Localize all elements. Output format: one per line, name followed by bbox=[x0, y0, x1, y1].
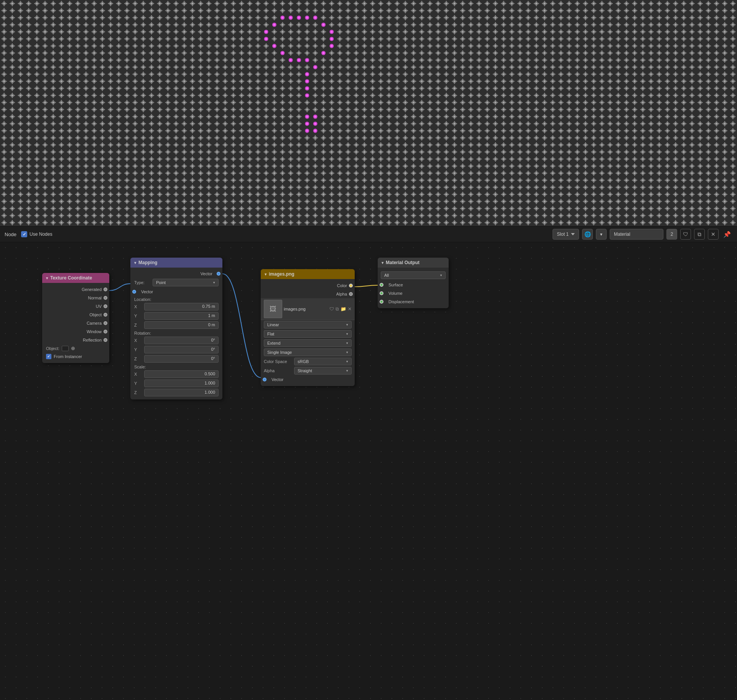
alpha-out-label: Alpha bbox=[265, 292, 347, 296]
world-icon-btn[interactable]: 🌐 bbox=[582, 229, 593, 240]
rot-y-input[interactable]: 0° bbox=[144, 346, 219, 353]
extension-dropdown[interactable]: Extend ▾ bbox=[264, 339, 352, 347]
slot-dropdown-caret-icon bbox=[571, 232, 575, 236]
mapping-vector-in-socket[interactable] bbox=[132, 290, 136, 294]
volume-socket[interactable] bbox=[380, 291, 383, 295]
volume-row: Volume bbox=[378, 289, 449, 297]
mapping-title: Mapping bbox=[138, 260, 157, 265]
interpolation-dropdown[interactable]: Linear ▾ bbox=[264, 321, 352, 329]
scale-z-row: Z 1.000 bbox=[130, 388, 222, 397]
rot-z-input[interactable]: 0° bbox=[144, 355, 219, 363]
displacement-socket[interactable] bbox=[380, 300, 383, 304]
scale-x-input[interactable]: 0.500 bbox=[144, 370, 219, 378]
dot-grid-canvas bbox=[0, 0, 737, 226]
location-z-row: Z 0 m bbox=[130, 320, 222, 330]
mo-all-label: All bbox=[384, 273, 389, 278]
image-filename: images.png bbox=[284, 307, 328, 311]
mo-all-dropdown[interactable]: All ▾ bbox=[381, 271, 446, 279]
texture-coord-header: ▾ Texture Coordinate bbox=[42, 273, 109, 283]
images-vector-in-socket[interactable] bbox=[263, 378, 267, 381]
mapping-body: Vector Type: Point ▾ Vector Location: X … bbox=[130, 268, 222, 399]
object-color-swatch[interactable] bbox=[62, 346, 69, 351]
color-out-socket[interactable] bbox=[349, 284, 353, 288]
color-space-caret-icon: ▾ bbox=[346, 360, 348, 363]
scale-z-label: Z bbox=[134, 390, 142, 395]
type-row: Type: Point ▾ bbox=[130, 278, 222, 288]
camera-socket[interactable] bbox=[104, 321, 107, 325]
reflection-socket[interactable] bbox=[104, 338, 107, 342]
loc-y-input[interactable]: 1 m bbox=[144, 312, 219, 320]
shield-icon-btn[interactable]: 🛡 bbox=[680, 229, 691, 240]
material-output-collapse[interactable]: ▾ bbox=[382, 261, 383, 265]
alpha-value: Straight bbox=[298, 368, 312, 373]
node-editor: ▾ Texture Coordinate Generated Normal UV… bbox=[0, 242, 737, 700]
scale-label: Scale: bbox=[130, 363, 222, 370]
close-icon-img[interactable]: ✕ bbox=[348, 306, 352, 312]
projection-dropdown[interactable]: Flat ▾ bbox=[264, 330, 352, 338]
rot-x-input[interactable]: 0° bbox=[144, 337, 219, 344]
generated-socket[interactable] bbox=[104, 288, 107, 291]
texture-coord-collapse[interactable]: ▾ bbox=[46, 276, 48, 280]
material-name-input[interactable] bbox=[610, 229, 663, 240]
material-output-node: ▾ Material Output All ▾ Surface Volume D bbox=[378, 258, 449, 308]
alpha-out-socket[interactable] bbox=[349, 292, 353, 296]
location-y-row: Y 1 m bbox=[130, 311, 222, 320]
shield-icon-img[interactable]: 🛡 bbox=[329, 306, 334, 312]
loc-x-input[interactable]: 0.75 m bbox=[144, 303, 219, 311]
user-count-badge: 2 bbox=[666, 229, 677, 240]
object-input-row: Object: ⊕ bbox=[42, 344, 109, 352]
type-dropdown[interactable]: Point ▾ bbox=[153, 279, 219, 286]
pin-icon-btn[interactable]: 📌 bbox=[722, 229, 732, 240]
images-body: Color Alpha 🖼 images.png 🛡 ⧉ 📁 ✕ Linear bbox=[261, 279, 355, 386]
extension-caret-icon: ▾ bbox=[346, 341, 348, 345]
color-out-row: Color bbox=[261, 281, 355, 290]
alpha-row: Alpha Straight ▾ bbox=[261, 366, 355, 375]
texture-coord-body: Generated Normal UV Object Camera bbox=[42, 283, 109, 363]
copy-icon-img[interactable]: ⧉ bbox=[336, 306, 339, 312]
projection-row: Flat ▾ bbox=[261, 329, 355, 338]
reflection-row: Reflection bbox=[42, 336, 109, 344]
mapping-collapse[interactable]: ▾ bbox=[134, 261, 136, 265]
image-preview: 🖼 bbox=[264, 300, 282, 318]
alpha-dropdown[interactable]: Straight ▾ bbox=[294, 367, 352, 375]
location-label: Location: bbox=[130, 296, 222, 302]
scale-x-row: X 0.500 bbox=[130, 370, 222, 379]
images-collapse[interactable]: ▾ bbox=[265, 272, 267, 276]
interpolation-value: Linear bbox=[267, 322, 279, 327]
type-label: Type: bbox=[134, 280, 150, 285]
source-dropdown[interactable]: Single Image ▾ bbox=[264, 348, 352, 356]
close-icon-btn[interactable]: ✕ bbox=[708, 229, 719, 240]
header-bar: Node Use Nodes Slot 1 🌐 ▼ 2 🛡 ⧉ ✕ 📌 bbox=[0, 226, 737, 242]
use-nodes-checkbox[interactable]: Use Nodes bbox=[21, 231, 52, 237]
material-output-body: All ▾ Surface Volume Displacement bbox=[378, 268, 449, 308]
image-filename-row: 🖼 images.png 🛡 ⧉ 📁 ✕ bbox=[261, 298, 355, 320]
rotation-label: Rotation: bbox=[130, 330, 222, 336]
rotation-x-row: X 0° bbox=[130, 336, 222, 345]
window-socket[interactable] bbox=[104, 330, 107, 334]
interpolation-row: Linear ▾ bbox=[261, 320, 355, 329]
slot-dropdown[interactable]: Slot 1 bbox=[553, 229, 579, 240]
extension-row: Extend ▾ bbox=[261, 338, 355, 348]
loc-z-input[interactable]: 0 m bbox=[144, 321, 219, 329]
rot-y-label: Y bbox=[134, 347, 142, 352]
copy-icon-btn[interactable]: ⧉ bbox=[694, 229, 705, 240]
source-row: Single Image ▾ bbox=[261, 348, 355, 357]
alpha-caret-icon: ▾ bbox=[346, 369, 348, 373]
color-space-dropdown[interactable]: sRGB ▾ bbox=[294, 358, 352, 365]
folder-icon-img[interactable]: 📁 bbox=[341, 306, 346, 312]
from-instancer-checkbox[interactable] bbox=[46, 354, 51, 359]
object-socket[interactable] bbox=[104, 313, 107, 317]
alpha-out-row: Alpha bbox=[261, 290, 355, 298]
dropdown-arrow-btn[interactable]: ▼ bbox=[596, 229, 607, 240]
normal-socket[interactable] bbox=[104, 296, 107, 300]
mapping-header: ▾ Mapping bbox=[130, 258, 222, 268]
type-caret-icon: ▾ bbox=[213, 281, 215, 284]
mapping-vector-in-row: Vector bbox=[130, 288, 222, 296]
mo-caret-icon: ▾ bbox=[440, 273, 442, 277]
surface-socket[interactable] bbox=[380, 283, 383, 287]
scale-z-input[interactable]: 1.000 bbox=[144, 389, 219, 396]
scale-y-input[interactable]: 1.000 bbox=[144, 380, 219, 387]
mapping-vector-out-socket[interactable] bbox=[217, 272, 220, 276]
eyedropper-icon[interactable]: ⊕ bbox=[71, 345, 75, 351]
uv-socket[interactable] bbox=[104, 304, 107, 308]
